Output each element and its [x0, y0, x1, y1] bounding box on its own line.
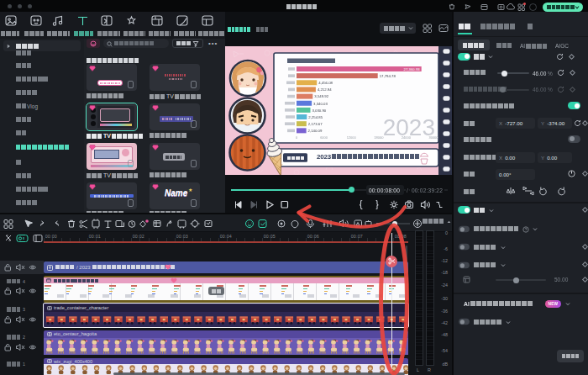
svg-text:27,360.93: 27,360.93: [404, 67, 421, 71]
svg-text:2,254.85: 2,254.85: [308, 115, 323, 119]
svg-text:12000: 12000: [347, 135, 357, 140]
svg-text:2,173.67: 2,173.67: [308, 122, 323, 126]
svg-text:2,140.09: 2,140.09: [308, 129, 323, 133]
svg-text:3,030.90: 3,030.90: [312, 108, 327, 113]
svg-text:4,456.08: 4,456.08: [318, 81, 333, 85]
svg-text:3,340.03: 3,340.03: [313, 102, 328, 106]
svg-text:18000: 18000: [374, 135, 384, 140]
svg-text:24000: 24000: [402, 135, 412, 140]
svg-text:30000: 30000: [428, 135, 438, 140]
svg-text:3,549.92: 3,549.92: [314, 94, 328, 98]
svg-text:17,794.78: 17,794.78: [380, 74, 396, 78]
svg-text:4,212.94: 4,212.94: [318, 87, 332, 92]
svg-text:6000: 6000: [320, 135, 328, 140]
